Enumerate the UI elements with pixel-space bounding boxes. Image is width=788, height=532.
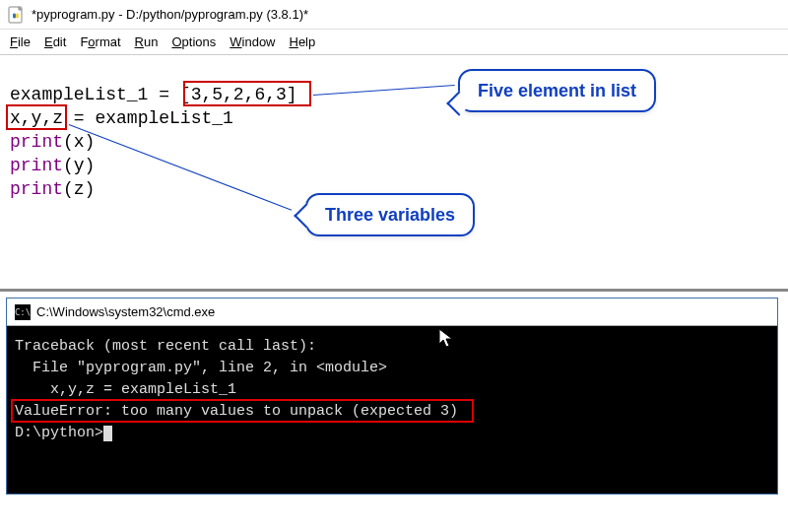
menu-format[interactable]: Format [80, 34, 120, 49]
code-line-3: print(x) [10, 130, 778, 154]
callout-five-label: Five element in list [478, 81, 636, 100]
cmd-line-2: File "pyprogram.py", line 2, in <module> [15, 358, 769, 379]
code-line-2: x,y,z = exampleList_1 [10, 106, 778, 130]
callout-three-label: Three variables [325, 205, 455, 225]
menu-window[interactable]: Window [230, 34, 275, 49]
cmd-prompt-line: D:\python> [15, 423, 769, 444]
code-editor[interactable]: exampleList_1 = [3,5,2,6,3] x,y,z = exam… [0, 55, 788, 292]
cmd-title: C:\Windows\system32\cmd.exe [36, 304, 215, 319]
cmd-line-1: Traceback (most recent call last): [15, 336, 769, 358]
callout-five-elements: Five element in list [458, 69, 656, 112]
cmd-body[interactable]: Traceback (most recent call last): File … [7, 326, 777, 494]
cmd-line-3: x,y,z = exampleList_1 [15, 379, 769, 401]
menu-help[interactable]: Help [290, 34, 316, 49]
menu-options[interactable]: Options [171, 34, 216, 49]
menu-run[interactable]: Run [135, 34, 159, 49]
cmd-line-4: ValueError: too many values to unpack (e… [15, 401, 769, 423]
window-title: *pyprogram.py - D:/python/pyprogram.py (… [32, 7, 308, 22]
idle-titlebar: *pyprogram.py - D:/python/pyprogram.py (… [0, 0, 788, 30]
cmd-titlebar: C:\ C:\Windows\system32\cmd.exe [7, 299, 777, 326]
python-file-icon [8, 6, 26, 24]
cmd-icon: C:\ [15, 304, 31, 320]
code-line-1: exampleList_1 = [3,5,2,6,3] [10, 83, 778, 106]
cmd-prompt: D:\python> [15, 425, 103, 441]
menubar: File Edit Format Run Options Window Help [0, 30, 788, 55]
cmd-window: C:\ C:\Windows\system32\cmd.exe Tracebac… [6, 298, 778, 495]
code-line-4: print(y) [10, 154, 778, 177]
cmd-cursor [103, 426, 112, 441]
menu-edit[interactable]: Edit [44, 34, 66, 49]
callout-three-variables: Three variables [305, 193, 475, 236]
menu-file[interactable]: File [10, 34, 31, 49]
